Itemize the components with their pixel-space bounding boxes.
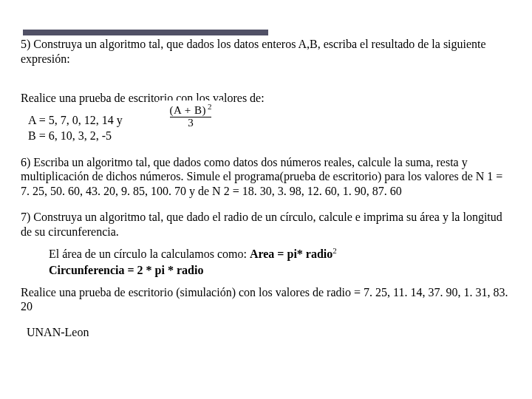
q6-text: 6) Escriba un algoritmo tal, que dados c… [21,155,511,199]
formula-numerator: (A + B)2 [163,102,219,117]
formula-num-text: (A + B) [170,104,206,116]
question-7: 7) Construya un algoritmo tal, que dado … [21,210,511,313]
q7-area-line: El área de un círculo la calculamos como… [21,246,511,262]
formula-superscript: 2 [206,102,212,111]
q5-b-values: B = 6, 10, 3, 2, -5 [21,129,511,143]
q7-circ-line: Circunferencia = 2 * pi * radio [21,263,511,278]
slide-content: 5) Construya un algoritmo tal, que dados… [0,0,532,339]
q5-formula: (A + B)2 3 [158,100,223,130]
q7-area-sup: 2 [332,246,337,255]
header-rule [23,30,268,35]
q5-test-line: Realice una prueba de escritorio con los… [21,91,511,106]
q7-prompt: 7) Construya un algoritmo tal, que dado … [21,210,511,239]
formula-denominator: 3 [163,117,219,129]
footer-text: UNAN-Leon [21,326,511,339]
question-5: 5) Construya un algoritmo tal, que dados… [21,37,511,143]
q7-area-formula: Area = pi* radio [250,248,332,260]
q7-circ-formula: Circunferencia = 2 * pi * radio [49,264,203,276]
q7-test: Realice una prueba de escritorio (simula… [21,285,511,314]
question-6: 6) Escriba un algoritmo tal, que dados c… [21,155,511,199]
q7-area-pre: El área de un círculo la calculamos como… [49,248,250,260]
q5-prompt: 5) Construya un algoritmo tal, que dados… [21,37,511,66]
q5-a-values: A = 5, 7, 0, 12, 14 y [21,113,511,128]
